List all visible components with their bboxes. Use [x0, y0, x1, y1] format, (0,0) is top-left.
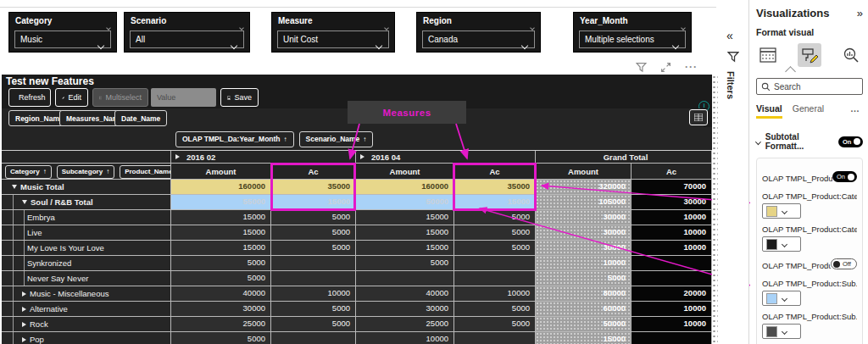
color-swatch-dropdown[interactable] [762, 324, 801, 339]
matrix-value-cell[interactable]: 10000 [632, 241, 712, 256]
matrix-value-cell[interactable]: 10000 [356, 332, 454, 344]
matrix-value-cell[interactable]: 25000 [171, 317, 271, 332]
matrix-value-cell[interactable]: 160000 [171, 180, 271, 195]
slicer-dropdown[interactable]: Multiple selections [579, 31, 686, 48]
matrix-value-cell[interactable]: 30000 [536, 225, 632, 241]
matrix-value-cell[interactable]: 50000 [536, 317, 632, 332]
column-field-chip[interactable]: OLAP TMPL_Da:Year_Month↑ [175, 131, 294, 147]
matrix-value-cell[interactable]: 55000 [171, 195, 271, 210]
matrix-value-cell[interactable]: 30000 [171, 302, 271, 317]
matrix-value-cell[interactable]: 5000 [171, 332, 271, 344]
value-input[interactable] [151, 88, 216, 107]
focus-mode-icon[interactable] [660, 62, 671, 73]
matrix-value-cell[interactable] [271, 256, 356, 271]
matrix-value-cell[interactable]: 35000 [454, 180, 536, 195]
table-row-label[interactable]: Alternative [2, 302, 171, 317]
matrix-value-cell[interactable]: 5000 [454, 210, 536, 225]
search-input[interactable] [774, 82, 850, 92]
matrix-value-cell[interactable] [454, 256, 536, 271]
matrix-value-cell[interactable]: 10000 [632, 210, 712, 225]
matrix-value-cell[interactable] [454, 271, 536, 286]
matrix-value-cell[interactable]: 15000 [536, 332, 632, 344]
slicer-dropdown[interactable]: Canada [422, 31, 535, 48]
matrix-value-cell[interactable]: 15000 [271, 195, 356, 210]
matrix-value-cell[interactable]: 40000 [356, 286, 454, 302]
matrix-value-cell[interactable] [271, 332, 356, 344]
edit-button[interactable]: Edit [55, 88, 88, 107]
matrix-value-cell[interactable]: 15000 [171, 225, 271, 241]
measure-header-ac[interactable]: Ac [454, 164, 536, 180]
table-row-label[interactable]: Pop [2, 332, 171, 344]
matrix-value-cell[interactable]: 10000 [271, 286, 356, 302]
matrix-value-cell[interactable]: 5000 [271, 317, 356, 332]
measure-header-amount[interactable]: Amount [356, 164, 454, 180]
slicer-category[interactable]: CategoryMusic [8, 12, 117, 53]
matrix-value-cell[interactable]: 15000 [171, 210, 271, 225]
subtotal-formatting-section[interactable]: Subtotal Formatt... On [756, 132, 863, 151]
matrix-value-cell[interactable]: 10000 [632, 225, 712, 241]
column-group-grand-total[interactable]: Grand Total [536, 151, 712, 164]
filters-funnel-icon[interactable] [727, 51, 739, 66]
format-visual-icon[interactable] [798, 43, 821, 67]
table-row-label[interactable]: Rock [2, 317, 171, 332]
matrix-value-cell[interactable]: 15000 [356, 210, 454, 225]
tab-general[interactable]: General [793, 103, 824, 119]
matrix-value-cell[interactable]: 30000 [536, 241, 632, 256]
matrix-value-cell[interactable]: 320000 [536, 180, 632, 195]
expand-icon[interactable] [175, 154, 180, 159]
measure-header-amount[interactable]: Amount [536, 164, 632, 180]
matrix-value-cell[interactable]: 10000 [632, 302, 712, 317]
matrix-value-cell[interactable]: 30000 [536, 210, 632, 225]
expand-icon[interactable] [360, 154, 364, 159]
matrix-value-cell[interactable] [632, 332, 712, 344]
matrix-value-cell[interactable]: 5000 [171, 271, 271, 286]
expand-pane-icon[interactable]: » [857, 7, 863, 19]
build-visual-icon[interactable] [756, 43, 780, 67]
expand-icon[interactable] [22, 291, 26, 297]
column-group-2016-02[interactable]: 2016 02 [171, 151, 356, 164]
measure-header-ac[interactable]: Ac [632, 164, 712, 180]
matrix-value-cell[interactable]: 5000 [454, 225, 536, 241]
matrix-value-cell[interactable]: 5000 [454, 302, 536, 317]
field-chip-date_name[interactable]: Date_Name [114, 110, 167, 126]
table-row-label[interactable]: Never Say Never [2, 271, 171, 286]
matrix-value-cell[interactable]: 20000 [632, 286, 712, 302]
matrix-value-cell[interactable]: 60000 [536, 302, 632, 317]
format-toggle-off[interactable]: Off [831, 258, 857, 269]
matrix-value-cell[interactable]: 5000 [536, 271, 632, 286]
table-row-label[interactable]: Synkronized [2, 256, 171, 271]
collapse-icon[interactable] [22, 200, 27, 204]
matrix-value-cell[interactable]: 15000 [356, 225, 454, 241]
filter-funnel-icon[interactable] [636, 62, 647, 73]
matrix-value-cell[interactable]: 5000 [171, 256, 271, 271]
matrix-value-cell[interactable]: 80000 [536, 286, 632, 302]
matrix-value-cell[interactable] [271, 271, 356, 286]
table-row-label[interactable]: Soul / R&B Total [2, 195, 171, 210]
slicer-measure[interactable]: MeasureUnit Cost [271, 12, 395, 53]
matrix-value-cell[interactable]: 105000 [536, 195, 632, 210]
expand-filters-icon[interactable]: « [726, 29, 733, 42]
matrix-value-cell[interactable]: 10000 [454, 286, 536, 302]
matrix-value-cell[interactable]: 5000 [454, 317, 536, 332]
matrix-value-cell[interactable]: 15000 [454, 195, 536, 210]
color-swatch-dropdown[interactable] [762, 236, 801, 252]
slicer-dropdown[interactable]: Unit Cost [277, 31, 389, 48]
matrix-value-cell[interactable] [632, 271, 712, 286]
refresh-button[interactable]: Refresh [8, 88, 51, 107]
slicer-dropdown[interactable]: Music [14, 31, 111, 48]
matrix-value-cell[interactable]: 10000 [632, 317, 712, 332]
slicer-scenario[interactable]: ScenarioAll [124, 12, 250, 53]
format-toggle-on[interactable]: On [832, 171, 857, 182]
matrix-value-cell[interactable] [356, 271, 454, 286]
format-search-box[interactable] [756, 78, 863, 95]
matrix-value-cell[interactable]: 160000 [356, 180, 454, 195]
matrix-value-cell[interactable]: 10000 [536, 256, 632, 271]
matrix-value-cell[interactable]: 5000 [356, 256, 454, 271]
column-field-chip[interactable]: Scenario_Name↑ [299, 131, 374, 147]
matrix-value-cell[interactable]: 5000 [454, 241, 536, 256]
slicer-dropdown[interactable]: All [130, 31, 244, 48]
table-row-label[interactable]: Embrya [2, 210, 171, 225]
more-options-icon[interactable]: ··· [685, 61, 698, 73]
row-field-chip[interactable]: Product_Name↑ [120, 165, 171, 179]
matrix-value-cell[interactable]: 30000 [356, 302, 454, 317]
